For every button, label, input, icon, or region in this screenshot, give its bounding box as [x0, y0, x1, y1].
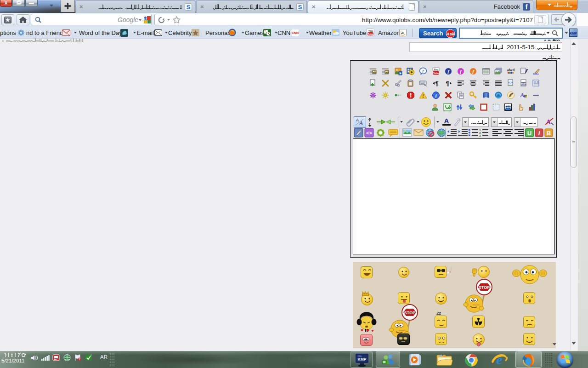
svg-text:fananén: fananén: [473, 304, 480, 306]
svg-text:A: A: [356, 118, 359, 122]
svg-text:fananén: fananén: [399, 329, 405, 331]
svg-text:a: a: [401, 29, 404, 35]
svg-text:<>: <>: [366, 130, 372, 136]
svg-text:3: 3: [479, 134, 481, 137]
svg-text:U: U: [527, 130, 531, 137]
svg-text:Tube: Tube: [368, 33, 373, 35]
svg-text:B: B: [547, 130, 551, 137]
svg-text:STOP: STOP: [479, 285, 490, 290]
svg-text:abcd: abcd: [507, 68, 515, 72]
svg-text:A: A: [520, 92, 525, 98]
svg-text:¶: ¶: [435, 80, 438, 87]
svg-text:KMP: KMP: [358, 357, 367, 362]
svg-text:I: I: [538, 130, 540, 137]
svg-text:STOP: STOP: [404, 310, 415, 315]
svg-text:CNN: CNN: [292, 31, 299, 34]
svg-text:r: r: [422, 69, 424, 74]
svg-text:<>: <>: [509, 80, 513, 85]
svg-text:PHP: PHP: [521, 82, 526, 85]
svg-text:You: You: [368, 29, 373, 32]
svg-text:You: You: [434, 68, 438, 71]
svg-text:e: e: [497, 93, 500, 98]
svg-text:Tube: Tube: [433, 72, 439, 75]
svg-text:¶: ¶: [446, 80, 449, 87]
svg-text:A: A: [444, 117, 449, 125]
svg-text:Ask: Ask: [446, 31, 455, 36]
